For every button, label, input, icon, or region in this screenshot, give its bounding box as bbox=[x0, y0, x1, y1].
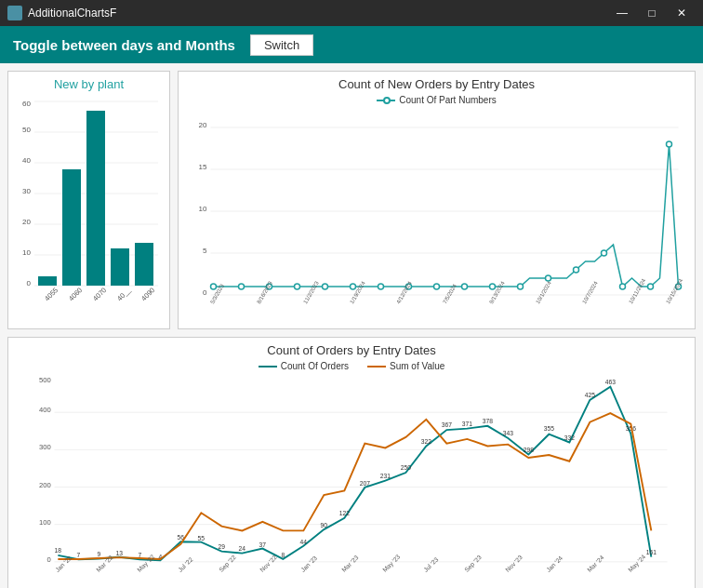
svg-text:24: 24 bbox=[239, 545, 246, 552]
svg-text:Sep '22: Sep '22 bbox=[218, 554, 238, 574]
svg-point-49 bbox=[620, 284, 626, 289]
minimize-button[interactable]: — bbox=[608, 4, 636, 22]
toolbar-label: Toggle between days and Months bbox=[13, 37, 235, 53]
app-icon bbox=[7, 6, 22, 20]
svg-text:10/7/2024: 10/7/2024 bbox=[581, 280, 599, 305]
svg-text:9: 9 bbox=[97, 551, 100, 557]
svg-text:7: 7 bbox=[76, 552, 80, 558]
svg-text:4060: 4060 bbox=[67, 286, 84, 302]
main-window: AdditionalChartsF — □ ✕ Toggle between d… bbox=[0, 0, 703, 588]
svg-text:18: 18 bbox=[55, 547, 62, 554]
svg-text:10/15/2024: 10/15/2024 bbox=[665, 277, 684, 305]
svg-text:0: 0 bbox=[46, 555, 50, 564]
bottom-chart-panel: Count of Orders by Entry Dates Count Of … bbox=[7, 337, 696, 588]
bottom-chart-title: Count of Orders by Entry Dates bbox=[14, 343, 689, 357]
bottom-line-svg: 0 100 200 300 400 500 18 7 9 13 bbox=[14, 375, 689, 580]
svg-text:40: 40 bbox=[22, 156, 31, 165]
svg-point-37 bbox=[295, 284, 300, 289]
svg-text:463: 463 bbox=[605, 379, 616, 385]
svg-text:90: 90 bbox=[321, 522, 328, 528]
svg-text:4090: 4090 bbox=[139, 286, 156, 302]
content-area: New by plant 0 10 20 30 40 50 60 bbox=[0, 63, 703, 588]
svg-text:Nov '22: Nov '22 bbox=[259, 554, 278, 573]
svg-rect-15 bbox=[62, 169, 81, 286]
top-line-chart-panel: Count of New Orders by Entry Dates Count… bbox=[178, 71, 696, 329]
top-legend-item: Count Of Part Numbers bbox=[377, 95, 496, 105]
svg-text:10/11/2024: 10/11/2024 bbox=[628, 277, 647, 305]
svg-text:100: 100 bbox=[39, 518, 51, 527]
svg-text:207: 207 bbox=[360, 480, 370, 487]
svg-text:322: 322 bbox=[421, 438, 431, 445]
svg-rect-16 bbox=[86, 111, 105, 286]
svg-point-47 bbox=[574, 267, 579, 273]
toolbar: Toggle between days and Months Switch bbox=[0, 26, 703, 63]
svg-text:4055: 4055 bbox=[43, 286, 60, 302]
svg-text:20: 20 bbox=[22, 218, 31, 226]
svg-text:37: 37 bbox=[259, 541, 267, 548]
svg-text:4/12/2024: 4/12/2024 bbox=[395, 280, 413, 305]
top-line-chart-title: Count of New Orders by Entry Dates bbox=[184, 77, 689, 91]
svg-point-43 bbox=[462, 284, 468, 289]
bar-chart-svg: 0 10 20 30 40 50 60 bbox=[14, 95, 158, 332]
svg-rect-14 bbox=[38, 276, 57, 286]
svg-text:15: 15 bbox=[199, 163, 207, 171]
svg-point-46 bbox=[546, 275, 551, 281]
svg-text:10/1/2024: 10/1/2024 bbox=[535, 280, 552, 305]
svg-text:13: 13 bbox=[116, 550, 124, 556]
legend-orders-label: Count Of Orders bbox=[281, 361, 349, 371]
svg-text:May '23: May '23 bbox=[381, 553, 402, 573]
svg-text:May '24: May '24 bbox=[627, 553, 647, 573]
svg-rect-18 bbox=[135, 243, 153, 286]
legend-orders: Count Of Orders bbox=[259, 361, 349, 371]
legend-value: Sum of Value bbox=[367, 361, 444, 371]
svg-point-38 bbox=[323, 284, 328, 289]
svg-point-34 bbox=[211, 284, 217, 289]
svg-text:Jan '23: Jan '23 bbox=[299, 555, 318, 573]
maximize-button[interactable]: □ bbox=[638, 4, 666, 22]
svg-point-48 bbox=[602, 250, 607, 256]
bar-chart-panel: New by plant 0 10 20 30 40 50 60 bbox=[7, 71, 170, 329]
svg-text:367: 367 bbox=[442, 421, 452, 428]
svg-text:Sep '23: Sep '23 bbox=[463, 554, 484, 574]
svg-text:122: 122 bbox=[339, 510, 350, 516]
top-chart-legend: Count Of Part Numbers bbox=[184, 95, 689, 105]
switch-button[interactable]: Switch bbox=[250, 34, 313, 56]
svg-text:378: 378 bbox=[483, 418, 493, 424]
svg-text:300: 300 bbox=[39, 443, 51, 451]
svg-text:55: 55 bbox=[198, 535, 206, 541]
close-button[interactable]: ✕ bbox=[668, 4, 696, 22]
svg-text:500: 500 bbox=[39, 376, 51, 384]
svg-text:231: 231 bbox=[380, 473, 391, 479]
svg-point-39 bbox=[351, 284, 356, 289]
window-title: AdditionalChartsF bbox=[28, 7, 116, 20]
svg-text:50: 50 bbox=[22, 126, 31, 134]
svg-text:371: 371 bbox=[462, 421, 472, 427]
svg-text:332: 332 bbox=[564, 434, 575, 441]
top-section: New by plant 0 10 20 30 40 50 60 bbox=[0, 63, 703, 333]
bottom-chart-legend: Count Of Orders Sum of Value bbox=[14, 361, 689, 371]
top-line-svg: 0 5 10 15 20 bbox=[184, 109, 689, 314]
svg-text:10: 10 bbox=[22, 248, 31, 257]
svg-point-42 bbox=[434, 284, 440, 289]
svg-point-45 bbox=[518, 284, 524, 289]
svg-text:250: 250 bbox=[401, 464, 411, 471]
bar-chart-title: New by plant bbox=[14, 77, 164, 91]
svg-rect-17 bbox=[111, 248, 129, 286]
top-legend-label: Count Of Part Numbers bbox=[399, 95, 496, 105]
svg-text:0: 0 bbox=[27, 279, 32, 287]
svg-text:30: 30 bbox=[22, 187, 31, 195]
svg-point-50 bbox=[648, 284, 654, 289]
svg-text:8/16/2023: 8/16/2023 bbox=[256, 280, 273, 305]
svg-text:11/2/2023: 11/2/2023 bbox=[302, 280, 320, 305]
svg-point-51 bbox=[667, 141, 672, 147]
svg-text:10: 10 bbox=[199, 205, 207, 213]
svg-text:Jan '24: Jan '24 bbox=[545, 555, 564, 573]
legend-value-label: Sum of Value bbox=[390, 361, 444, 371]
svg-text:Jul '23: Jul '23 bbox=[422, 555, 440, 573]
svg-text:4070: 4070 bbox=[91, 286, 108, 302]
svg-text:60: 60 bbox=[22, 100, 31, 108]
svg-text:44: 44 bbox=[300, 539, 308, 545]
svg-text:Nov '23: Nov '23 bbox=[504, 554, 524, 573]
svg-text:5: 5 bbox=[203, 247, 207, 255]
window-controls: — □ ✕ bbox=[608, 4, 696, 22]
